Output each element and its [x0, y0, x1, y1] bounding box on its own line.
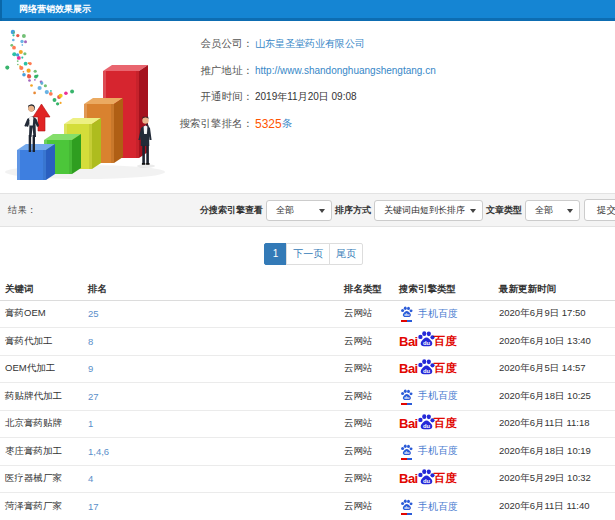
rank-type-cell: 云网站	[339, 328, 394, 356]
keyword-cell: 北京膏药贴牌	[0, 410, 83, 438]
mobile-baidu-label: 手机百度	[418, 307, 458, 321]
keyword-cell: OEM代加工	[0, 355, 83, 383]
baidu-logo: Bai du 百度	[399, 333, 457, 349]
svg-text:du: du	[404, 450, 410, 455]
mobile-baidu-paw-icon: du	[399, 305, 414, 322]
rank-cell: 17	[83, 493, 339, 520]
info-section: 会员公司： 山东皇圣堂药业有限公司 推广地址： http://www.shand…	[0, 21, 615, 193]
table-row: 药贴牌代加工 27 云网站	[0, 383, 615, 411]
engine-filter-select[interactable]: 全部	[266, 200, 332, 221]
page-1-button[interactable]: 1	[264, 243, 288, 265]
chevron-down-icon	[567, 209, 573, 213]
baidu-logo-cn-text: 百度	[434, 471, 457, 486]
keyword-cell: 药贴牌代加工	[0, 383, 83, 411]
keyword-cell: 医疗器械厂家	[0, 465, 83, 493]
rank-link[interactable]: 1,4,6	[88, 446, 109, 457]
open-time-label: 开通时间：	[0, 90, 253, 104]
mobile-baidu-logo: du 手机百度	[399, 443, 458, 460]
rank-type-cell: 云网站	[339, 465, 394, 493]
updated-cell: 2020年6月18日 10:19	[494, 438, 615, 466]
col-updated: 最新更新时间	[494, 280, 615, 300]
mobile-baidu-paw-icon: du	[399, 388, 414, 405]
rank-link[interactable]: 17	[88, 501, 99, 512]
info-field-row: 推广地址： http://www.shandonghuangshengtang.…	[0, 58, 615, 85]
submit-button[interactable]: 提交	[584, 199, 615, 221]
rank-cell: 25	[83, 300, 339, 328]
member-company-label: 会员公司：	[0, 37, 253, 51]
updated-cell: 2020年6月11日 11:40	[494, 493, 615, 520]
baidu-paw-icon: du	[416, 329, 436, 349]
mobile-baidu-logo: du 手机百度	[399, 498, 458, 515]
mobile-baidu-strip	[401, 320, 412, 322]
updated-cell: 2020年5月29日 10:32	[494, 465, 615, 493]
engine-type-cell: Bai du 百度	[394, 355, 494, 383]
rank-link[interactable]: 8	[88, 336, 93, 347]
baidu-paw-du-text: du	[423, 477, 431, 483]
rank-type-cell: 云网站	[339, 355, 394, 383]
rank-type-cell: 云网站	[339, 493, 394, 520]
rank-type-cell: 云网站	[339, 300, 394, 328]
keyword-cell: 膏药OEM	[0, 300, 83, 328]
table-row: 膏药OEM 25 云网站	[0, 300, 615, 328]
sort-mode-select[interactable]: 关键词由短到长排序	[374, 200, 483, 221]
updated-cell: 2020年6月5日 14:57	[494, 355, 615, 383]
col-rank: 排名	[83, 280, 339, 300]
engine-rank-count-value: 5325	[255, 117, 282, 131]
open-time-value: 2019年11月20日 09:08	[255, 90, 357, 104]
rank-type-cell: 云网站	[339, 383, 394, 411]
engine-type-cell: du 手机百度	[394, 383, 494, 411]
col-rank-type: 排名类型	[339, 280, 394, 300]
updated-cell: 2020年6月10日 13:40	[494, 328, 615, 356]
rank-cell: 1	[83, 410, 339, 438]
member-company-link[interactable]: 山东皇圣堂药业有限公司	[255, 37, 365, 51]
promo-url-label: 推广地址：	[0, 64, 253, 78]
table-row: 北京膏药贴牌 1 云网站 Bai du 百度	[0, 410, 615, 438]
chevron-down-icon	[470, 209, 476, 213]
keyword-cell: 膏药代加工	[0, 328, 83, 356]
article-type-value: 全部	[535, 204, 553, 217]
rank-link[interactable]: 9	[88, 363, 93, 374]
engine-type-cell: du 手机百度	[394, 438, 494, 466]
rank-cell: 1,4,6	[83, 438, 339, 466]
mobile-baidu-strip	[401, 403, 412, 405]
table-header-row: 关键词 排名 排名类型 搜索引擎类型 最新更新时间	[0, 280, 615, 300]
rank-cell: 9	[83, 355, 339, 383]
rank-type-cell: 云网站	[339, 410, 394, 438]
next-page-button[interactable]: 下一页	[286, 243, 330, 265]
mobile-baidu-logo: du 手机百度	[399, 388, 458, 405]
baidu-paw-icon: du	[416, 412, 436, 432]
mobile-baidu-label: 手机百度	[418, 500, 458, 514]
col-engine-type: 搜索引擎类型	[394, 280, 494, 300]
rank-link[interactable]: 27	[88, 391, 99, 402]
engine-rank-count-label: 搜索引擎排名：	[0, 117, 253, 131]
baidu-logo-cn-text: 百度	[434, 416, 457, 431]
baidu-paw-icon: du	[416, 467, 436, 487]
page: 网络营销效果展示 会员公司： 山东皇圣堂药业有限公司 推广地址： http://…	[0, 0, 615, 520]
promo-url-link[interactable]: http://www.shandonghuangshengtang.cn	[255, 65, 436, 76]
info-field-row: 开通时间： 2019年11月20日 09:08	[0, 84, 615, 111]
engine-rank-count-unit: 条	[282, 117, 293, 131]
rank-link[interactable]: 25	[88, 308, 99, 319]
chevron-down-icon	[319, 209, 325, 213]
last-page-button[interactable]: 尾页	[329, 243, 363, 265]
baidu-paw-du-text: du	[423, 367, 431, 373]
article-type-select[interactable]: 全部	[525, 200, 580, 221]
rank-type-cell: 云网站	[339, 438, 394, 466]
engine-type-cell: du 手机百度	[394, 493, 494, 520]
col-keyword: 关键词	[0, 280, 83, 300]
rank-link[interactable]: 1	[88, 418, 93, 429]
updated-cell: 2020年6月9日 17:50	[494, 300, 615, 328]
rank-cell: 27	[83, 383, 339, 411]
filter-toolbar: 结果： 分搜索引擎查看 全部 排序方式 关键词由短到长排序 文章类型 全部 提交	[0, 193, 615, 227]
svg-text:du: du	[404, 505, 410, 510]
keyword-rank-table: 关键词 排名 排名类型 搜索引擎类型 最新更新时间 膏药OEM 25 云网站	[0, 280, 615, 520]
mobile-baidu-paw-icon: du	[399, 443, 414, 460]
rank-link[interactable]: 4	[88, 473, 93, 484]
engine-type-cell: Bai du 百度	[394, 328, 494, 356]
mobile-baidu-label: 手机百度	[418, 444, 458, 458]
sort-mode-label: 排序方式	[335, 204, 371, 217]
baidu-logo-cn-text: 百度	[434, 334, 457, 349]
baidu-paw-du-text: du	[423, 422, 431, 428]
info-field-row: 会员公司： 山东皇圣堂药业有限公司	[0, 31, 615, 58]
title-bar: 网络营销效果展示	[0, 0, 615, 21]
